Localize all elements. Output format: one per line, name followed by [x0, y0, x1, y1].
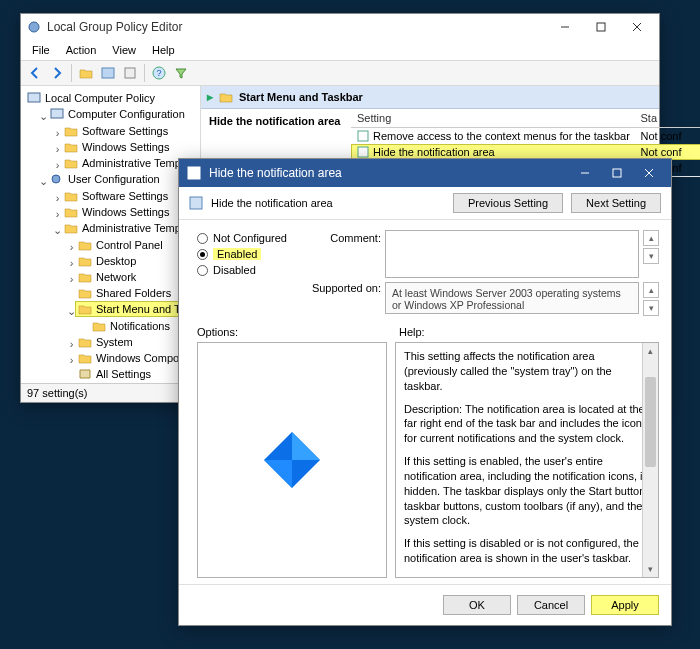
- chevron-down-icon[interactable]: ⌄: [39, 110, 48, 123]
- tree-all-settings[interactable]: All Settings: [76, 367, 153, 381]
- scroll-down-icon[interactable]: ▾: [643, 561, 658, 577]
- svg-rect-12: [188, 167, 200, 179]
- gp-tree-pane[interactable]: Local Computer Policy ⌄Computer Configur…: [21, 86, 201, 383]
- svg-rect-3: [125, 68, 135, 78]
- supported-on-text: At least Windows Server 2003 operating s…: [385, 282, 639, 314]
- help-p5: Note: Enabling this setting overrides th…: [404, 574, 650, 578]
- help-p3: If this setting is enabled, the user's e…: [404, 454, 650, 528]
- comment-textarea[interactable]: [385, 230, 639, 278]
- supported-scroll-down-icon[interactable]: ▾: [643, 300, 659, 316]
- chevron-right-icon[interactable]: ›: [67, 354, 76, 366]
- options-label: Options:: [197, 326, 387, 338]
- tree-user-config[interactable]: User Configuration: [48, 172, 162, 186]
- show-hide-tree-button[interactable]: [98, 63, 118, 83]
- tree-cc-windows[interactable]: Windows Settings: [62, 140, 171, 154]
- tree-desktop[interactable]: Desktop: [76, 254, 138, 268]
- menu-view[interactable]: View: [105, 42, 143, 58]
- svg-rect-6: [28, 93, 40, 102]
- cancel-button[interactable]: Cancel: [517, 595, 585, 615]
- svg-rect-9: [358, 131, 368, 141]
- policy-dialog: Hide the notification area Hide the noti…: [178, 158, 672, 626]
- chevron-right-icon[interactable]: ›: [67, 338, 76, 350]
- gpedit-titlebar: Local Group Policy Editor: [21, 14, 659, 40]
- status-count: 97 setting(s): [27, 387, 88, 399]
- dialog-maximize-button[interactable]: [601, 162, 633, 184]
- forward-button[interactable]: [47, 63, 67, 83]
- radio-enabled[interactable]: Enabled: [197, 246, 307, 262]
- help-p4: If this setting is disabled or is not co…: [404, 536, 650, 566]
- gp-minimize-button[interactable]: [547, 16, 583, 38]
- comment-scroll-up-icon[interactable]: ▴: [643, 230, 659, 246]
- tree-control-panel[interactable]: Control Panel: [76, 238, 165, 252]
- help-button[interactable]: ?: [149, 63, 169, 83]
- tree-notifications[interactable]: Notifications: [90, 319, 172, 333]
- svg-text:?: ?: [156, 68, 161, 78]
- menu-help[interactable]: Help: [145, 42, 182, 58]
- dialog-close-button[interactable]: [633, 162, 665, 184]
- tree-network[interactable]: Network: [76, 270, 138, 284]
- tree-root[interactable]: Local Computer Policy: [25, 91, 157, 105]
- detail-title: Hide the notification area: [209, 115, 340, 127]
- policy-dialog-icon: [187, 166, 201, 180]
- svg-rect-10: [358, 147, 368, 157]
- gp-maximize-button[interactable]: [583, 16, 619, 38]
- breadcrumb-label: Start Menu and Taskbar: [239, 91, 363, 103]
- comment-scroll-down-icon[interactable]: ▾: [643, 248, 659, 264]
- chevron-right-icon[interactable]: ›: [53, 159, 62, 171]
- chevron-right-icon[interactable]: ›: [67, 273, 76, 285]
- breadcrumb-arrow-icon: ▸: [207, 90, 213, 104]
- radio-not-configured[interactable]: Not Configured: [197, 230, 307, 246]
- gpedit-icon: [27, 20, 41, 34]
- chevron-right-icon[interactable]: ›: [53, 192, 62, 204]
- gp-close-button[interactable]: [619, 16, 655, 38]
- svg-marker-17: [264, 460, 292, 488]
- chevron-right-icon[interactable]: ›: [53, 143, 62, 155]
- properties-button[interactable]: [120, 63, 140, 83]
- back-button[interactable]: [25, 63, 45, 83]
- setting-row[interactable]: Remove access to the context menus for t…: [351, 128, 700, 144]
- next-setting-button[interactable]: Next Setting: [571, 193, 661, 213]
- chevron-down-icon[interactable]: ⌄: [53, 224, 62, 237]
- previous-setting-button[interactable]: Previous Setting: [453, 193, 563, 213]
- svg-point-0: [29, 22, 39, 32]
- chevron-right-icon[interactable]: ›: [53, 208, 62, 220]
- menu-action[interactable]: Action: [59, 42, 104, 58]
- up-button[interactable]: [76, 63, 96, 83]
- chevron-right-icon[interactable]: ›: [67, 257, 76, 269]
- svg-rect-14: [190, 197, 202, 209]
- comment-label: Comment:: [311, 230, 381, 244]
- menu-file[interactable]: File: [25, 42, 57, 58]
- policy-small-icon: [189, 196, 203, 210]
- chevron-down-icon[interactable]: ⌄: [67, 305, 76, 318]
- scrollbar-thumb[interactable]: [645, 377, 656, 467]
- scroll-up-icon[interactable]: ▴: [643, 343, 658, 359]
- chevron-right-icon[interactable]: ›: [67, 241, 76, 253]
- tree-computer-config[interactable]: Computer Configuration: [48, 107, 187, 121]
- svg-marker-16: [292, 432, 320, 460]
- svg-point-8: [52, 175, 60, 183]
- tree-uc-software[interactable]: Software Settings: [62, 189, 170, 203]
- tree-uc-windows[interactable]: Windows Settings: [62, 205, 171, 219]
- help-pane[interactable]: This setting affects the notification ar…: [395, 342, 659, 578]
- apply-button[interactable]: Apply: [591, 595, 659, 615]
- tree-shared-folders[interactable]: Shared Folders: [76, 286, 173, 300]
- gp-toolbar: ?: [21, 61, 659, 86]
- svg-rect-1: [597, 23, 605, 31]
- help-p2: Description: The notification area is lo…: [404, 402, 650, 447]
- filter-button[interactable]: [171, 63, 191, 83]
- help-scrollbar[interactable]: ▴ ▾: [642, 343, 658, 577]
- supported-on-label: Supported on:: [311, 282, 381, 294]
- supported-scroll-up-icon[interactable]: ▴: [643, 282, 659, 298]
- gpedit-title: Local Group Policy Editor: [47, 20, 182, 34]
- tree-system[interactable]: System: [76, 335, 135, 349]
- dialog-footer: OK Cancel Apply: [179, 584, 671, 625]
- ok-button[interactable]: OK: [443, 595, 511, 615]
- svg-rect-13: [613, 169, 621, 177]
- dialog-minimize-button[interactable]: [569, 162, 601, 184]
- chevron-right-icon[interactable]: ›: [53, 127, 62, 139]
- chevron-down-icon[interactable]: ⌄: [39, 175, 48, 188]
- breadcrumb: ▸ Start Menu and Taskbar: [201, 86, 659, 109]
- svg-rect-2: [102, 68, 114, 78]
- tree-cc-software[interactable]: Software Settings: [62, 124, 170, 138]
- radio-disabled[interactable]: Disabled: [197, 262, 307, 278]
